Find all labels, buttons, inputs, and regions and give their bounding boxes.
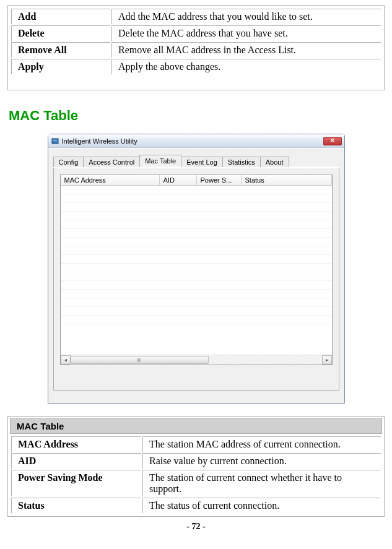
row-label: Add [11, 9, 110, 24]
list-item [61, 220, 332, 229]
tab-config[interactable]: Config [53, 157, 84, 167]
row-label: Remove All [11, 42, 110, 58]
chevron-left-icon: ◂ [64, 357, 67, 363]
row-label: Delete [11, 25, 110, 41]
list-item [61, 203, 332, 212]
row-label: Power Saving Mode [11, 470, 141, 496]
list-item [61, 212, 332, 220]
mac-listview[interactable]: MAC Address AID Power S... Status [60, 175, 333, 365]
list-item [61, 186, 332, 194]
row-desc: Apply the above changes. [111, 59, 381, 74]
scroll-track[interactable] [71, 355, 322, 365]
col-status[interactable]: Status [242, 175, 332, 185]
scroll-thumb[interactable] [71, 356, 209, 364]
table-row: Remove All Remove all MAC address in the… [11, 42, 381, 58]
list-item [61, 246, 332, 255]
list-item [61, 281, 332, 290]
list-item [61, 238, 332, 246]
app-icon [51, 137, 59, 145]
list-item [61, 255, 332, 264]
row-label: AID [11, 453, 141, 469]
listview-header: MAC Address AID Power S... Status [61, 175, 332, 186]
table-row: Status The status of current connection. [11, 498, 381, 513]
tab-bar: Config Access Control Mac Table Event Lo… [53, 155, 339, 168]
list-item [61, 194, 332, 203]
tab-panel: MAC Address AID Power S... Status [53, 168, 339, 391]
row-desc: Delete the MAC address that you have set… [111, 25, 381, 41]
listview-rows [61, 186, 332, 355]
chevron-right-icon: ▸ [326, 357, 328, 363]
list-item [61, 229, 332, 238]
table-row: AID Raise value by current connection. [11, 453, 381, 469]
table-row: Add Add the MAC address that you would l… [11, 9, 381, 24]
tab-statistics[interactable]: Statistics [222, 157, 261, 167]
row-desc: Remove all MAC address in the Access Lis… [111, 42, 381, 58]
scroll-grip-icon [137, 358, 142, 362]
def-section-title: MAC Table [10, 418, 382, 434]
row-label: Status [11, 498, 141, 513]
row-label: MAC Address [11, 436, 141, 452]
col-aid[interactable]: AID [160, 175, 197, 185]
scroll-right-button[interactable]: ▸ [322, 355, 332, 365]
mac-table-definitions: MAC Table MAC Address The station MAC ad… [7, 416, 385, 517]
scroll-left-button[interactable]: ◂ [61, 355, 71, 365]
horizontal-scrollbar[interactable]: ◂ ▸ [61, 355, 332, 365]
window-title: Intelligent Wireless Utility [62, 137, 137, 145]
col-power-saving[interactable]: Power S... [197, 175, 242, 185]
row-label: Apply [11, 59, 110, 74]
list-item [61, 290, 332, 298]
utility-window: Intelligent Wireless Utility ✕ Config Ac… [48, 134, 345, 404]
def-table: MAC Address The station MAC address of c… [10, 435, 382, 514]
list-item [61, 298, 332, 307]
list-item [61, 264, 332, 272]
list-item [61, 307, 332, 316]
close-button[interactable]: ✕ [323, 137, 342, 145]
table-row: Delete Delete the MAC address that you h… [11, 25, 381, 41]
desc-table: Add Add the MAC address that you would l… [10, 7, 382, 76]
tab-mac-table[interactable]: Mac Table [139, 155, 181, 166]
tab-event-log[interactable]: Event Log [181, 157, 223, 167]
row-desc: Raise value by current connection. [142, 453, 381, 469]
row-desc: Add the MAC address that you would like … [111, 9, 381, 24]
list-item [61, 316, 332, 324]
button-desc-table: Add Add the MAC address that you would l… [7, 5, 385, 90]
col-mac-address[interactable]: MAC Address [61, 175, 160, 185]
row-desc: The status of current connection. [142, 498, 381, 513]
svg-rect-0 [52, 139, 58, 144]
page-number: - 72 - [6, 522, 386, 532]
svg-rect-1 [53, 140, 57, 140]
row-desc: The station MAC address of current conne… [142, 436, 381, 452]
tab-access-control[interactable]: Access Control [83, 157, 140, 167]
tab-about[interactable]: About [260, 157, 289, 167]
close-icon: ✕ [330, 138, 335, 144]
table-row: MAC Address The station MAC address of c… [11, 436, 381, 452]
row-desc: The station of current connect whether i… [142, 470, 381, 496]
table-row: Power Saving Mode The station of current… [11, 470, 381, 496]
window-titlebar: Intelligent Wireless Utility ✕ [48, 134, 344, 148]
window-body: Config Access Control Mac Table Event Lo… [48, 148, 344, 403]
section-heading: MAC Table [9, 108, 386, 124]
list-item [61, 272, 332, 281]
table-row: Apply Apply the above changes. [11, 59, 381, 74]
